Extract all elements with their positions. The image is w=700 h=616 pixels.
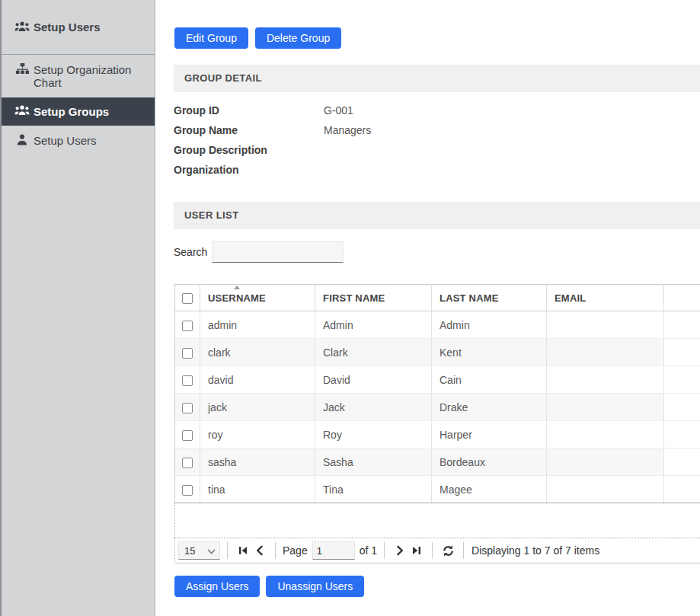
refresh-icon xyxy=(442,544,455,557)
column-header-email[interactable]: EMAIL xyxy=(547,285,664,311)
last-page-button[interactable] xyxy=(408,541,425,560)
pager-status-text: Displaying 1 to 7 of 7 items xyxy=(471,544,599,557)
table-header-row: USERNAME FIRST NAME LAST NAME EMAIL xyxy=(175,285,700,311)
pager-divider xyxy=(275,542,276,559)
row-checkbox[interactable] xyxy=(182,458,193,468)
select-all-checkbox[interactable] xyxy=(182,293,193,304)
prev-page-button[interactable] xyxy=(251,541,268,560)
sidebar-item-label: Setup Organization Chart xyxy=(34,62,149,90)
sitemap-icon xyxy=(14,63,30,75)
table-row[interactable]: jack Jack Drake xyxy=(175,394,700,421)
cell-first-name: Sasha xyxy=(315,448,432,476)
users-icon xyxy=(14,21,30,32)
row-checkbox[interactable] xyxy=(182,485,193,496)
sidebar-item-setup-organization-chart[interactable]: Setup Organization Chart xyxy=(2,55,155,97)
sidebar-item-label: Setup Groups xyxy=(34,104,109,119)
cell-username: roy xyxy=(200,421,315,448)
cell-first-name: Tina xyxy=(315,476,432,503)
sidebar-item-setup-groups[interactable]: Setup Groups xyxy=(2,97,155,126)
field-label: Organization xyxy=(174,164,324,176)
next-page-icon xyxy=(395,545,405,556)
row-checkbox[interactable] xyxy=(182,375,193,386)
field-label: Group ID xyxy=(174,104,324,116)
prev-page-icon xyxy=(254,545,265,556)
user-table: USERNAME FIRST NAME LAST NAME EMAIL admi… xyxy=(174,284,700,563)
field-value: G-001 xyxy=(324,104,353,116)
cell-last-name: Cain xyxy=(432,366,547,394)
row-checkbox[interactable] xyxy=(182,321,193,331)
cell-last-name: Kent xyxy=(432,339,547,366)
row-checkbox[interactable] xyxy=(182,403,193,413)
field-label: Group Description xyxy=(174,144,324,156)
cell-email xyxy=(547,394,664,421)
cell-first-name: Jack xyxy=(315,394,432,421)
cell-email xyxy=(547,448,664,476)
user-icon xyxy=(14,134,30,145)
refresh-button[interactable] xyxy=(439,541,456,560)
table-row[interactable]: tina Tina Magee xyxy=(175,476,700,503)
user-actions-toolbar: Assign Users Unassign Users xyxy=(174,576,364,597)
sidebar-item-setup-users[interactable]: Setup Users xyxy=(2,126,155,155)
pager: 15 Page xyxy=(174,538,700,563)
unassign-users-button[interactable]: Unassign Users xyxy=(266,576,364,597)
cell-first-name: Admin xyxy=(315,311,432,339)
delete-group-button[interactable]: Delete Group xyxy=(255,27,341,49)
column-header-first-name[interactable]: FIRST NAME xyxy=(315,285,432,311)
pager-divider xyxy=(463,542,464,559)
group-detail-section-header: GROUP DETAIL xyxy=(174,65,700,92)
page-size-value: 15 xyxy=(184,545,195,557)
cell-username: admin xyxy=(200,311,315,339)
sort-asc-icon xyxy=(234,286,240,289)
users-icon xyxy=(14,105,30,116)
cell-email xyxy=(547,339,664,366)
cell-email xyxy=(547,366,664,394)
first-page-icon xyxy=(238,545,248,556)
table-row[interactable]: roy Roy Harper xyxy=(175,421,700,448)
search-input[interactable] xyxy=(212,241,344,263)
cell-last-name: Bordeaux xyxy=(432,448,547,476)
search-row: Search xyxy=(174,241,344,263)
cell-last-name: Admin xyxy=(432,311,547,339)
table-row[interactable]: sasha Sasha Bordeaux xyxy=(175,448,700,476)
sidebar-header-setup-users[interactable]: Setup Users xyxy=(2,0,155,55)
cell-username: david xyxy=(200,366,315,394)
search-label: Search xyxy=(174,246,207,258)
next-page-button[interactable] xyxy=(392,541,408,560)
row-checkbox[interactable] xyxy=(182,348,193,359)
first-page-button[interactable] xyxy=(235,541,251,560)
cell-username: jack xyxy=(200,394,315,421)
last-page-icon xyxy=(411,545,422,556)
app-window: Setup Users Setup Organization Chart xyxy=(0,0,700,616)
field-group-name: Group Name Managers xyxy=(174,120,676,140)
edit-group-button[interactable]: Edit Group xyxy=(174,27,248,49)
cell-username: clark xyxy=(200,339,315,366)
page-size-select[interactable]: 15 xyxy=(178,541,220,560)
sidebar-item-label: Setup Users xyxy=(34,133,97,148)
row-checkbox[interactable] xyxy=(182,430,193,441)
cell-first-name: Roy xyxy=(315,421,432,448)
user-list-section-header: USER LIST xyxy=(174,202,700,229)
main-content: Edit Group Delete Group GROUP DETAIL Gro… xyxy=(155,0,700,616)
pager-divider xyxy=(227,542,228,559)
cell-first-name: David xyxy=(315,366,432,394)
group-actions-toolbar: Edit Group Delete Group xyxy=(174,27,341,49)
page-number-input[interactable] xyxy=(312,541,355,560)
field-group-id: Group ID G-001 xyxy=(174,101,676,120)
column-header-username[interactable]: USERNAME xyxy=(200,285,315,311)
field-group-description: Group Description xyxy=(174,140,676,160)
column-header-last-name[interactable]: LAST NAME xyxy=(432,285,547,311)
sidebar-header-label: Setup Users xyxy=(34,20,101,34)
sidebar: Setup Users Setup Organization Chart xyxy=(0,0,155,616)
column-header-filler xyxy=(664,285,700,311)
chevron-down-icon xyxy=(207,545,216,557)
select-all-header xyxy=(175,285,200,311)
pager-divider xyxy=(432,542,433,559)
cell-last-name: Drake xyxy=(432,394,547,421)
assign-users-button[interactable]: Assign Users xyxy=(174,576,260,597)
cell-first-name: Clark xyxy=(315,339,432,366)
grid-empty-space xyxy=(174,503,700,538)
table-row[interactable]: david David Cain xyxy=(175,366,700,394)
table-row[interactable]: clark Clark Kent xyxy=(175,339,700,366)
page-label: Page xyxy=(283,544,308,557)
table-row[interactable]: admin Admin Admin xyxy=(175,311,700,339)
